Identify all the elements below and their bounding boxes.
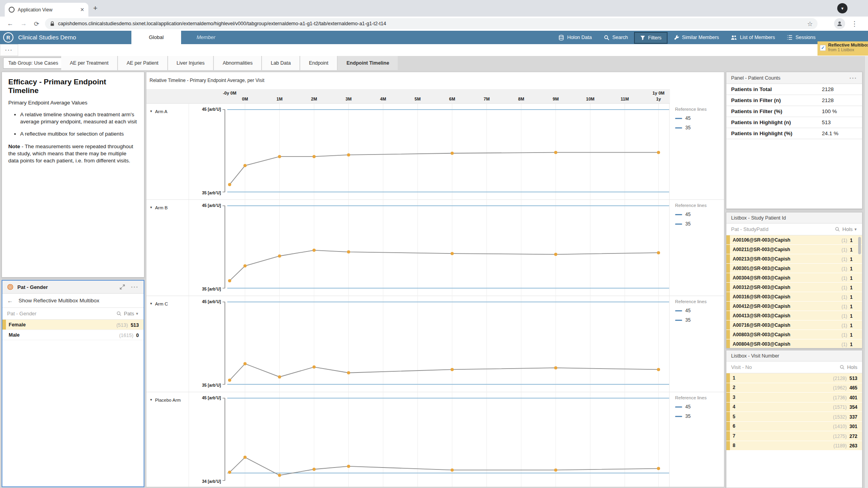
tab-close-icon[interactable]: ✕: [80, 7, 84, 13]
gender-row-male[interactable]: Male(1615)0: [2, 330, 144, 340]
data-point[interactable]: [657, 151, 660, 154]
list-item[interactable]: A00211@SR-003@Capish(1)1: [726, 245, 862, 254]
tab-endpoint[interactable]: Endpoint: [300, 56, 337, 70]
data-point[interactable]: [657, 467, 660, 470]
collapse-triangle-icon[interactable]: ▼: [150, 302, 153, 305]
reload-icon[interactable]: ⟳: [34, 20, 39, 28]
show-reflective-multibox-button[interactable]: ← Show Reflective Multibox Multibox: [2, 294, 144, 308]
data-point[interactable]: [312, 365, 316, 369]
data-point[interactable]: [278, 375, 281, 378]
browser-menu-icon[interactable]: ⋮: [851, 20, 858, 28]
tab-group-selector[interactable]: Tab Group: Use Cases ∨: [3, 58, 71, 69]
sort-selector[interactable]: Pats: [124, 311, 134, 317]
data-point[interactable]: [554, 253, 557, 256]
list-item[interactable]: A00412@SR-003@Capish(1)1: [726, 302, 862, 311]
data-point[interactable]: [228, 379, 231, 382]
list-item[interactable]: A00312@SR-003@Capish(1)1: [726, 283, 862, 292]
collapse-triangle-icon[interactable]: ▼: [150, 110, 153, 113]
data-point[interactable]: [657, 251, 660, 254]
list-item[interactable]: A00304@SR-003@Capish(1)1: [726, 273, 862, 283]
gender-search-row[interactable]: Pat - Gender Pats ▼: [2, 308, 144, 320]
data-point[interactable]: [228, 183, 231, 186]
list-item[interactable]: A00803@SR-003@Capish(1)1: [726, 330, 862, 339]
tab-member[interactable]: Member: [181, 31, 231, 44]
header-action-holon-data[interactable]: Holon Data: [552, 31, 598, 44]
data-point[interactable]: [657, 368, 660, 371]
data-point[interactable]: [554, 468, 557, 471]
list-item[interactable]: 7(1275)272: [726, 431, 862, 441]
data-point[interactable]: [451, 468, 454, 471]
back-icon[interactable]: ←: [7, 20, 13, 27]
list-item[interactable]: 5(1532)337: [726, 412, 862, 422]
profile-avatar[interactable]: [834, 18, 845, 29]
data-point[interactable]: [243, 456, 247, 459]
arm-plot[interactable]: [227, 104, 669, 200]
data-point[interactable]: [243, 362, 247, 365]
data-point[interactable]: [243, 164, 247, 167]
arm-plot[interactable]: [227, 392, 669, 487]
visit-search-row[interactable]: Visit - No Hols: [726, 361, 862, 373]
data-point[interactable]: [228, 471, 231, 474]
data-point[interactable]: [554, 151, 557, 154]
list-item[interactable]: 1(2128)513: [726, 373, 862, 383]
tab-ae-per-patient[interactable]: AE per Patient: [118, 56, 167, 70]
scrollbar-thumb[interactable]: [858, 237, 861, 254]
list-item[interactable]: 2(1962)465: [726, 383, 862, 393]
patid-search-input[interactable]: Pat - StudyPatId: [731, 226, 835, 232]
tab-abnormalities[interactable]: Abnormalities: [214, 56, 261, 70]
sort-selector[interactable]: Hols: [847, 364, 857, 370]
list-item[interactable]: A00316@SR-003@Capish(1)1: [726, 292, 862, 302]
data-point[interactable]: [312, 468, 316, 471]
data-point[interactable]: [312, 155, 316, 158]
list-item[interactable]: A00106@SR-003@Capish(1)1: [726, 235, 862, 245]
new-tab-button[interactable]: +: [93, 4, 97, 13]
tab-endpoint-timeline[interactable]: Endpoint Timeline: [338, 56, 398, 70]
header-action-search[interactable]: Search: [598, 31, 634, 44]
browser-update-icon[interactable]: ▾: [837, 3, 847, 13]
data-point[interactable]: [451, 252, 454, 255]
data-point[interactable]: [243, 264, 247, 268]
more-options-button[interactable]: ●●●: [0, 44, 18, 56]
expand-icon[interactable]: [119, 284, 125, 290]
list-item[interactable]: A00804@SR-003@Capish(1)1: [726, 339, 862, 348]
list-item[interactable]: 8(1189)263: [726, 441, 862, 451]
data-point[interactable]: [554, 366, 557, 369]
header-action-filters[interactable]: Filters: [634, 32, 668, 44]
panel-menu-icon[interactable]: ●●●: [849, 77, 857, 79]
panel-menu-icon[interactable]: ●●●: [131, 286, 139, 288]
visit-search-input[interactable]: Visit - No: [731, 364, 840, 370]
data-point[interactable]: [347, 371, 350, 374]
gender-search-input[interactable]: Pat - Gender: [7, 311, 116, 317]
data-point[interactable]: [278, 474, 281, 477]
header-action-similar-members[interactable]: Similar Members: [668, 31, 725, 44]
bookmark-star-icon[interactable]: ☆: [807, 20, 813, 28]
checkbox-checked-icon[interactable]: ✓: [820, 45, 826, 51]
page-scrollbar[interactable]: [864, 56, 868, 488]
header-action-sessions[interactable]: Sessions: [781, 31, 821, 44]
data-point[interactable]: [312, 249, 316, 252]
data-point[interactable]: [347, 465, 350, 468]
data-point[interactable]: [347, 153, 350, 156]
list-item[interactable]: A00413@SR-003@Capish(1)1: [726, 311, 862, 320]
header-action-list-of-members[interactable]: List of Members: [725, 31, 781, 44]
data-point[interactable]: [347, 250, 350, 253]
patid-search-row[interactable]: Pat - StudyPatId Hols ▼: [726, 224, 862, 235]
collapse-triangle-icon[interactable]: ▼: [150, 206, 153, 209]
list-item[interactable]: 4(1571)354: [726, 402, 862, 412]
data-point[interactable]: [451, 368, 454, 371]
collapse-triangle-icon[interactable]: ▼: [150, 398, 153, 402]
tab-global[interactable]: Global: [131, 31, 181, 44]
browser-tab[interactable]: Application View ✕: [5, 3, 88, 17]
list-item[interactable]: 3(1736)401: [726, 393, 862, 402]
tab-lab-data[interactable]: Lab Data: [262, 56, 299, 70]
list-item[interactable]: A00213@SR-003@Capish(1)1: [726, 254, 862, 264]
data-point[interactable]: [451, 152, 454, 155]
arm-plot[interactable]: [227, 296, 669, 392]
forward-icon[interactable]: →: [21, 20, 27, 27]
list-item[interactable]: A00301@SR-003@Capish(1)1: [726, 264, 862, 273]
tab-liver-injuries[interactable]: Liver Injuries: [168, 56, 213, 70]
arm-plot[interactable]: [227, 200, 669, 296]
gender-row-female[interactable]: Female(513)513: [2, 320, 144, 330]
sort-selector[interactable]: Hols: [842, 226, 853, 232]
list-item[interactable]: A00716@SR-003@Capish(1)1: [726, 320, 862, 330]
